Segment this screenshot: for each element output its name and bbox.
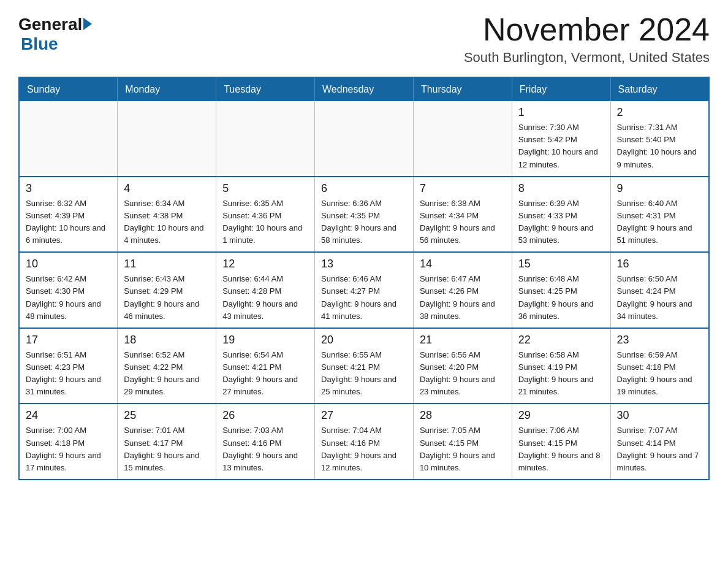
calendar-cell [315, 101, 414, 177]
calendar-cell: 9Sunrise: 6:40 AM Sunset: 4:31 PM Daylig… [610, 177, 709, 253]
day-info: Sunrise: 7:04 AM Sunset: 4:16 PM Dayligh… [321, 424, 407, 474]
day-info: Sunrise: 6:47 AM Sunset: 4:26 PM Dayligh… [420, 273, 506, 323]
calendar-cell [216, 101, 315, 177]
calendar-cell: 12Sunrise: 6:44 AM Sunset: 4:28 PM Dayli… [216, 252, 315, 328]
day-info: Sunrise: 6:32 AM Sunset: 4:39 PM Dayligh… [26, 197, 111, 247]
day-number: 27 [321, 409, 407, 422]
calendar-cell: 14Sunrise: 6:47 AM Sunset: 4:26 PM Dayli… [413, 252, 512, 328]
logo-blue-text: Blue [21, 34, 58, 54]
day-info: Sunrise: 7:30 AM Sunset: 5:42 PM Dayligh… [518, 121, 604, 171]
calendar-cell: 7Sunrise: 6:38 AM Sunset: 4:34 PM Daylig… [413, 177, 512, 253]
day-number: 5 [222, 182, 308, 195]
calendar-cell: 20Sunrise: 6:55 AM Sunset: 4:21 PM Dayli… [315, 328, 414, 404]
logo-arrow-icon [83, 18, 92, 30]
calendar-cell: 22Sunrise: 6:58 AM Sunset: 4:19 PM Dayli… [512, 328, 610, 404]
calendar-cell: 2Sunrise: 7:31 AM Sunset: 5:40 PM Daylig… [610, 101, 709, 177]
day-info: Sunrise: 6:38 AM Sunset: 4:34 PM Dayligh… [420, 197, 506, 247]
day-info: Sunrise: 6:36 AM Sunset: 4:35 PM Dayligh… [321, 197, 407, 247]
weekday-header-row: SundayMondayTuesdayWednesdayThursdayFrid… [19, 77, 709, 101]
weekday-header-saturday: Saturday [610, 77, 709, 101]
day-number: 19 [222, 334, 308, 347]
calendar-cell: 18Sunrise: 6:52 AM Sunset: 4:22 PM Dayli… [118, 328, 216, 404]
calendar-body: 1Sunrise: 7:30 AM Sunset: 5:42 PM Daylig… [19, 101, 709, 480]
calendar-cell: 26Sunrise: 7:03 AM Sunset: 4:16 PM Dayli… [216, 404, 315, 480]
day-info: Sunrise: 6:50 AM Sunset: 4:24 PM Dayligh… [617, 273, 702, 323]
day-info: Sunrise: 6:54 AM Sunset: 4:21 PM Dayligh… [222, 349, 308, 399]
day-info: Sunrise: 6:56 AM Sunset: 4:20 PM Dayligh… [420, 349, 506, 399]
day-number: 13 [321, 258, 407, 270]
day-number: 23 [617, 334, 702, 347]
day-info: Sunrise: 7:07 AM Sunset: 4:14 PM Dayligh… [617, 424, 702, 474]
day-number: 6 [321, 182, 407, 195]
day-info: Sunrise: 6:52 AM Sunset: 4:22 PM Dayligh… [124, 349, 210, 399]
day-number: 14 [420, 258, 506, 270]
day-info: Sunrise: 7:05 AM Sunset: 4:15 PM Dayligh… [420, 424, 506, 474]
calendar-week-3: 10Sunrise: 6:42 AM Sunset: 4:30 PM Dayli… [19, 252, 709, 328]
logo-general-text: General [18, 16, 82, 33]
calendar-cell: 27Sunrise: 7:04 AM Sunset: 4:16 PM Dayli… [315, 404, 414, 480]
day-info: Sunrise: 6:51 AM Sunset: 4:23 PM Dayligh… [26, 349, 111, 399]
calendar-cell: 11Sunrise: 6:43 AM Sunset: 4:29 PM Dayli… [118, 252, 216, 328]
calendar-cell [413, 101, 512, 177]
calendar-cell: 17Sunrise: 6:51 AM Sunset: 4:23 PM Dayli… [19, 328, 118, 404]
day-number: 4 [124, 182, 210, 195]
calendar-cell: 10Sunrise: 6:42 AM Sunset: 4:30 PM Dayli… [19, 252, 118, 328]
day-number: 22 [518, 334, 604, 347]
day-info: Sunrise: 6:39 AM Sunset: 4:33 PM Dayligh… [518, 197, 604, 247]
calendar-cell [118, 101, 216, 177]
month-title: November 2024 [464, 12, 710, 47]
day-info: Sunrise: 7:01 AM Sunset: 4:17 PM Dayligh… [124, 424, 210, 474]
calendar-cell: 16Sunrise: 6:50 AM Sunset: 4:24 PM Dayli… [610, 252, 709, 328]
day-info: Sunrise: 7:06 AM Sunset: 4:15 PM Dayligh… [518, 424, 604, 474]
calendar-cell: 5Sunrise: 6:35 AM Sunset: 4:36 PM Daylig… [216, 177, 315, 253]
calendar-cell: 3Sunrise: 6:32 AM Sunset: 4:39 PM Daylig… [19, 177, 118, 253]
day-info: Sunrise: 6:55 AM Sunset: 4:21 PM Dayligh… [321, 349, 407, 399]
day-number: 21 [420, 334, 506, 347]
day-number: 7 [420, 182, 506, 195]
day-info: Sunrise: 6:48 AM Sunset: 4:25 PM Dayligh… [518, 273, 604, 323]
day-info: Sunrise: 6:42 AM Sunset: 4:30 PM Dayligh… [26, 273, 111, 323]
calendar-week-1: 1Sunrise: 7:30 AM Sunset: 5:42 PM Daylig… [19, 101, 709, 177]
weekday-header-wednesday: Wednesday [315, 77, 414, 101]
weekday-header-sunday: Sunday [19, 77, 118, 101]
calendar-cell: 13Sunrise: 6:46 AM Sunset: 4:27 PM Dayli… [315, 252, 414, 328]
day-info: Sunrise: 6:43 AM Sunset: 4:29 PM Dayligh… [124, 273, 210, 323]
calendar-cell: 23Sunrise: 6:59 AM Sunset: 4:18 PM Dayli… [610, 328, 709, 404]
weekday-header-thursday: Thursday [413, 77, 512, 101]
day-info: Sunrise: 7:03 AM Sunset: 4:16 PM Dayligh… [222, 424, 308, 474]
day-number: 15 [518, 258, 604, 270]
calendar-cell: 15Sunrise: 6:48 AM Sunset: 4:25 PM Dayli… [512, 252, 610, 328]
day-number: 30 [617, 409, 702, 422]
weekday-header-monday: Monday [118, 77, 216, 101]
calendar-cell: 28Sunrise: 7:05 AM Sunset: 4:15 PM Dayli… [413, 404, 512, 480]
day-number: 10 [26, 258, 111, 270]
calendar-week-4: 17Sunrise: 6:51 AM Sunset: 4:23 PM Dayli… [19, 328, 709, 404]
day-number: 11 [124, 258, 210, 270]
day-number: 26 [222, 409, 308, 422]
location-subtitle: South Burlington, Vermont, United States [464, 50, 710, 66]
calendar-cell: 6Sunrise: 6:36 AM Sunset: 4:35 PM Daylig… [315, 177, 414, 253]
day-number: 12 [222, 258, 308, 270]
calendar-cell: 25Sunrise: 7:01 AM Sunset: 4:17 PM Dayli… [118, 404, 216, 480]
day-number: 28 [420, 409, 506, 422]
day-info: Sunrise: 6:40 AM Sunset: 4:31 PM Dayligh… [617, 197, 702, 247]
logo: General Blue [18, 12, 92, 54]
title-section: November 2024 South Burlington, Vermont,… [464, 12, 710, 66]
day-info: Sunrise: 7:31 AM Sunset: 5:40 PM Dayligh… [617, 121, 702, 171]
calendar-cell: 21Sunrise: 6:56 AM Sunset: 4:20 PM Dayli… [413, 328, 512, 404]
day-info: Sunrise: 6:58 AM Sunset: 4:19 PM Dayligh… [518, 349, 604, 399]
page-header: General Blue November 2024 South Burling… [18, 12, 710, 66]
calendar-header: SundayMondayTuesdayWednesdayThursdayFrid… [19, 77, 709, 101]
day-number: 20 [321, 334, 407, 347]
calendar-cell: 24Sunrise: 7:00 AM Sunset: 4:18 PM Dayli… [19, 404, 118, 480]
day-info: Sunrise: 6:44 AM Sunset: 4:28 PM Dayligh… [222, 273, 308, 323]
day-number: 3 [26, 182, 111, 195]
calendar-cell: 29Sunrise: 7:06 AM Sunset: 4:15 PM Dayli… [512, 404, 610, 480]
day-info: Sunrise: 6:59 AM Sunset: 4:18 PM Dayligh… [617, 349, 702, 399]
day-number: 9 [617, 182, 702, 195]
calendar-cell: 19Sunrise: 6:54 AM Sunset: 4:21 PM Dayli… [216, 328, 315, 404]
calendar-week-2: 3Sunrise: 6:32 AM Sunset: 4:39 PM Daylig… [19, 177, 709, 253]
day-number: 18 [124, 334, 210, 347]
calendar-week-5: 24Sunrise: 7:00 AM Sunset: 4:18 PM Dayli… [19, 404, 709, 480]
day-info: Sunrise: 6:35 AM Sunset: 4:36 PM Dayligh… [222, 197, 308, 247]
